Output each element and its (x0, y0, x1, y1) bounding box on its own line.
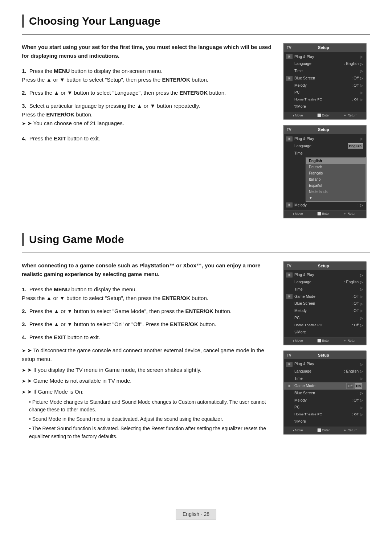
tv-row-melody-g2: Melody : Off ▷ (284, 397, 366, 404)
tv-icon-plug-g1: ▣ (286, 272, 293, 278)
tv-row-more-g2: ▽More (284, 418, 366, 425)
section-choosing-language: Choosing Your Language When you start us… (22, 15, 370, 218)
language-step-1: 1. Press the MENU button to display the … (22, 67, 272, 84)
section-title-choosing-language: Choosing Your Language (22, 15, 370, 28)
tv-row-plug-play-g2: ▣ Plug & Play ▷ (284, 361, 366, 368)
tv-row-home-theatre-1: Home Theatre PC : Off ▷ (284, 96, 366, 103)
exit-bold-game: EXIT (54, 334, 66, 340)
tv-row-plug-play-2: ▣ Plug & Play ▷ (284, 135, 366, 143)
tv-footer-game-2: ⬧ Move ⬜Enter ↩ Return (284, 427, 366, 434)
dropdown-italiano: Italiano (306, 176, 366, 182)
tv-body-lang-2: ▣ Plug & Play ▷ Language English Time (284, 134, 366, 210)
language-step-4: 4. Press the EXIT button to exit. (22, 134, 272, 143)
tv-row-time-2: Time (284, 150, 366, 157)
tv-row-home-theatre-g2: Home Theatre PC : Off ▷ (284, 411, 366, 418)
tv-body-game-1: ▣ Plug & Play ▷ Language : English ▷ Tim… (284, 270, 366, 337)
tv-row-pc-g2: PC ▷ (284, 404, 366, 411)
dropdown-espanol: Español (306, 182, 366, 189)
game-onoff-selector: Off On (346, 383, 362, 389)
tv-row-blue-screen-g2: Blue Screen : ▷ (284, 390, 366, 397)
dropdown-deutsch: Deutsch (306, 164, 366, 170)
on-option: On (355, 383, 362, 389)
off-option: Off (346, 383, 354, 389)
tv-header-game-2: TV Setup (284, 351, 366, 360)
game-steps: 1. Press the MENU button to display the … (22, 285, 272, 342)
section-divider-1 (22, 34, 370, 35)
tv-footer-lang-1: ⬧ Move ⬜Enter ↩ Return (284, 112, 366, 119)
tv-icon-game-g2: ▣ (286, 383, 293, 389)
tv-row-pc-g1: PC ▷ (284, 315, 366, 322)
tv-screenshot-lang-2: TV Setup ▣ Plug & Play ▷ Language Englis… (283, 125, 367, 218)
tv-row-game-mode-g1: ▣ Game Mode : Off ▷ (284, 293, 366, 300)
tv-header-lang-2: TV Setup (284, 126, 366, 134)
lang-highlighted: English (348, 143, 363, 149)
tv-row-game-mode-g2: ▣ Game Mode Off On (284, 382, 366, 390)
tv-row-language-g1: Language : English ▷ (284, 279, 366, 286)
language-dropdown: English Deutsch Français Italiano Españo… (306, 157, 366, 202)
game-step-1: 1. Press the MENU button to display the … (22, 285, 272, 303)
language-note-21: ➤ You can choose one of 21 languages. (22, 119, 124, 128)
game-screenshots: TV Setup ▣ Plug & Play ▷ Language : Engl… (283, 261, 370, 435)
section-content-game: When connecting to a game console such a… (22, 261, 370, 442)
tv-row-language-1: Language : English ▷ (284, 60, 366, 67)
tv-header-game-1: TV Setup (284, 262, 366, 270)
language-intro: When you start using your set for the fi… (22, 43, 272, 60)
page: Choosing Your Language When you start us… (0, 0, 392, 534)
game-step-4: 4. Press the EXIT button to exit. (22, 333, 272, 342)
tv-row-plug-play-1: ▣ Plug & Play ▷ (284, 53, 366, 61)
section-title-game-mode: Using Game Mode (22, 233, 370, 246)
game-note-shake: ➤ If you display the TV menu in Game mod… (22, 366, 272, 374)
enterok-bold-game-1: ENTER/OK (162, 295, 190, 301)
tv-row-more-1: ▽More (284, 103, 366, 110)
section-content-language: When you start using your set for the fi… (22, 43, 370, 218)
tv-row-plug-play-g1: ▣ Plug & Play ▷ (284, 271, 366, 279)
tv-icon-game-g1: ▣ (286, 294, 293, 299)
tv-row-language-g2: Language : English ▷ (284, 368, 366, 375)
tv-row-language-2: Language English (284, 143, 366, 150)
game-note-bullet-1: • Picture Mode changes to Standard and S… (22, 398, 272, 414)
tv-icon-blue-2: ▣ (286, 202, 293, 208)
dropdown-francais: Français (306, 170, 366, 176)
page-number-bar: English - 28 (0, 509, 392, 519)
tv-screenshot-game-1: TV Setup ▣ Plug & Play ▷ Language : Engl… (283, 261, 367, 345)
game-step-2: 2. Press the ▲ or ▼ button to select "Ga… (22, 307, 272, 316)
game-intro: When connecting to a game console such a… (22, 261, 272, 279)
dropdown-nederlands: Nederlands (306, 189, 366, 195)
game-step-3: 3. Press the ▲ or ▼ button to select "On… (22, 320, 272, 329)
tv-row-blue-screen-1: ▣ Blue Screen : Off ▷ (284, 75, 366, 82)
tv-row-melody-g1: Melody : Off ▷ (284, 307, 366, 315)
dropdown-more: ▼ (306, 195, 366, 201)
enterok-bold-1: ENTER/OK (162, 77, 190, 83)
tv-body-lang-1: ▣ Plug & Play ▷ Language : English ▷ Tim… (284, 52, 366, 112)
game-note-bullet-3: • The Reset Sound function is activated.… (22, 425, 272, 440)
tv-footer-lang-2: ⬧ Move ⬜Enter ↩ Return (284, 210, 366, 218)
section-text-language: When you start using your set for the fi… (22, 43, 272, 147)
tv-row-more-g1: ▽More (284, 329, 366, 336)
language-step-2: 2. Press the ▲ or ▼ button to select "La… (22, 89, 272, 97)
language-steps: 1. Press the MENU button to display the … (22, 67, 272, 143)
menu-bold-game-1: MENU (54, 286, 70, 292)
tv-icon-plug-1: ▣ (286, 54, 293, 59)
tv-icon-plug-g2: ▣ (286, 362, 293, 367)
enterok-bold-game-3: ENTER/OK (170, 321, 198, 327)
game-note-disconnect: ➤ To disconnect the game console and con… (22, 346, 272, 363)
tv-footer-game-1: ⬧ Move ⬜Enter ↩ Return (284, 337, 366, 345)
game-note-bullet-2: • Sound Mode in the Sound menu is deacti… (22, 415, 272, 423)
game-note-tv-mode: ➤ Game Mode is not available in TV mode. (22, 377, 272, 385)
menu-bold-1: MENU (54, 68, 70, 74)
tv-header-lang-1: TV Setup (284, 44, 366, 52)
tv-row-blue-screen-g1: Blue Screen : Off ▷ (284, 300, 366, 307)
dropdown-english: English (306, 158, 366, 164)
tv-row-melody-1: Melody : Off ▷ (284, 82, 366, 89)
page-number-badge: English - 28 (176, 509, 216, 519)
language-screenshots: TV Setup ▣ Plug & Play ▷ Language : Engl… (283, 43, 370, 218)
tv-screenshot-game-2: TV Setup ▣ Plug & Play ▷ Language : Engl… (283, 350, 367, 435)
enterok-bold-game-2: ENTER/OK (185, 308, 213, 314)
enterok-bold-3: ENTER/OK (46, 111, 75, 118)
tv-row-pc-1: PC ▷ (284, 89, 366, 96)
tv-row-blue-screen-2: ▣ Melody : ▷ (284, 202, 366, 209)
game-note-if-on: ➤ If Game Mode is On: (22, 387, 272, 396)
enterok-bold-2: ENTER/OK (180, 90, 208, 96)
tv-row-time-1: Time ▷ (284, 67, 366, 75)
tv-screenshot-lang-1: TV Setup ▣ Plug & Play ▷ Language : Engl… (283, 43, 367, 120)
